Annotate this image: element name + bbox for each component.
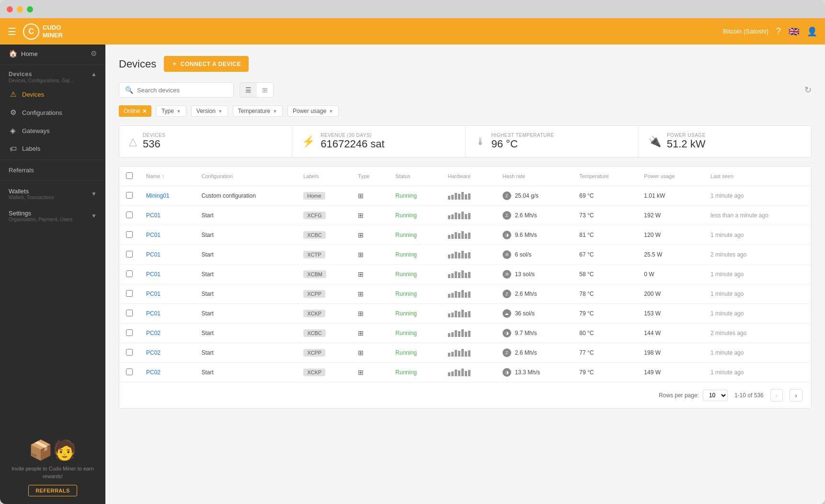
temperature-filter-dropdown[interactable]: Temperature ▼: [233, 105, 283, 117]
row-name[interactable]: PC02: [139, 343, 195, 363]
online-filter-close-icon[interactable]: ×: [143, 107, 147, 115]
row-config: Start: [195, 206, 297, 225]
sidebar-home-label[interactable]: Home: [21, 50, 91, 57]
row-power: 25.5 W: [637, 245, 704, 265]
hardware-bars: [448, 212, 489, 219]
row-config: Start: [195, 245, 297, 265]
sidebar-item-settings[interactable]: Settings Organisation, Payment, Users ▼: [0, 205, 105, 227]
row-select-checkbox[interactable]: [126, 290, 133, 297]
row-lastseen: 1 minute ago: [704, 363, 811, 382]
hardware-bars: [448, 231, 489, 239]
row-checkbox[interactable]: [119, 363, 139, 382]
language-flag-icon[interactable]: 🇬🇧: [789, 26, 799, 37]
row-checkbox[interactable]: [119, 245, 139, 265]
version-filter-dropdown[interactable]: Version ▼: [191, 105, 228, 117]
page-info: 1-10 of 536: [734, 392, 764, 399]
row-select-checkbox[interactable]: [126, 251, 133, 258]
maximize-button[interactable]: [27, 6, 33, 12]
row-hardware: [441, 186, 496, 206]
row-hardware: [441, 225, 496, 245]
row-name[interactable]: PC01: [139, 304, 195, 324]
row-label: XCKP: [297, 363, 351, 382]
search-box: 🔍: [119, 82, 234, 98]
row-checkbox[interactable]: [119, 284, 139, 304]
row-select-checkbox[interactable]: [126, 329, 133, 336]
row-select-checkbox[interactable]: [126, 270, 133, 277]
row-checkbox[interactable]: [119, 265, 139, 284]
row-select-checkbox[interactable]: [126, 310, 133, 316]
row-hashrate: Z 2.6 Mh/s: [496, 206, 573, 225]
row-lastseen: 1 minute ago: [704, 343, 811, 363]
next-page-button[interactable]: ›: [790, 389, 802, 402]
row-hashrate: Z 2.6 Mh/s: [496, 343, 573, 363]
hashrate-value: 2.6 Mh/s: [515, 212, 537, 219]
topnav-right: Bitcoin (Satoshi) ? 🇬🇧 👤: [723, 26, 817, 37]
referrals-promo-button[interactable]: REFERRALS: [28, 485, 77, 496]
row-select-checkbox[interactable]: [126, 192, 133, 199]
search-input[interactable]: [137, 87, 228, 94]
user-icon[interactable]: 👤: [807, 26, 817, 37]
devices-chevron-icon[interactable]: ▲: [91, 71, 97, 78]
row-name[interactable]: PC01: [139, 225, 195, 245]
row-name[interactable]: Mining01: [139, 186, 195, 206]
app-window: ☰ C CUDOMINER Bitcoin (Satoshi) ? 🇬🇧 👤 🏠…: [0, 0, 825, 504]
sidebar-item-gateways[interactable]: ◈ Gateways: [0, 122, 105, 140]
row-lastseen: 2 minutes ago: [704, 324, 811, 343]
power-filter-dropdown[interactable]: Power usage ▼: [287, 105, 339, 117]
table-row: PC01 Start XCKP ⊞ Running ☁ 36 sol/s 79 …: [119, 304, 811, 324]
rows-per-page-select[interactable]: 10 25 50: [703, 390, 728, 401]
hardware-bars: [448, 270, 489, 278]
label-badge: XCKP: [303, 369, 325, 376]
row-checkbox[interactable]: [119, 304, 139, 324]
row-status: Running: [389, 304, 441, 324]
row-config: Start: [195, 284, 297, 304]
list-view-button[interactable]: ☰: [240, 83, 257, 97]
hamburger-icon[interactable]: ☰: [8, 26, 16, 37]
page-title: Devices: [119, 58, 156, 70]
row-select-checkbox[interactable]: [126, 231, 133, 238]
select-all-checkbox[interactable]: [126, 172, 133, 179]
sidebar-item-configurations[interactable]: ⚙ Configurations: [0, 103, 105, 122]
row-name[interactable]: PC02: [139, 324, 195, 343]
minimize-button[interactable]: [17, 6, 23, 12]
row-checkbox[interactable]: [119, 225, 139, 245]
status-badge: Running: [395, 330, 417, 336]
row-select-checkbox[interactable]: [126, 349, 133, 356]
hashrate-value: 25.04 g/s: [515, 192, 539, 199]
sidebar-item-labels[interactable]: 🏷 Labels: [0, 140, 105, 157]
row-name[interactable]: PC01: [139, 206, 195, 225]
row-checkbox[interactable]: [119, 186, 139, 206]
type-filter-dropdown[interactable]: Type ▼: [156, 105, 186, 117]
topnav-left: ☰ C CUDOMINER: [8, 23, 63, 40]
sidebar-item-devices[interactable]: ⚠ Devices: [0, 85, 105, 103]
stats-bar: △ DEVICES 536 ⚡ REVENUE (30 DAYS) 616722…: [119, 125, 812, 157]
stat-devices-content: DEVICES 536: [143, 133, 165, 150]
close-button[interactable]: [7, 6, 13, 12]
row-checkbox[interactable]: [119, 343, 139, 363]
settings-gear-icon[interactable]: ⚙: [91, 49, 97, 58]
row-status: Running: [389, 265, 441, 284]
row-checkbox[interactable]: [119, 324, 139, 343]
row-name[interactable]: PC01: [139, 265, 195, 284]
connect-device-button[interactable]: ＋ CONNECT A DEVICE: [164, 56, 249, 72]
refresh-button[interactable]: ↻: [804, 85, 812, 95]
hashrate-icon: ◑: [503, 231, 511, 239]
row-name[interactable]: PC02: [139, 363, 195, 382]
row-checkbox[interactable]: [119, 206, 139, 225]
wallets-chevron-icon: ▼: [91, 190, 97, 197]
windows-icon: ⊞: [358, 192, 364, 200]
hashrate-icon: Z: [503, 211, 511, 220]
th-name[interactable]: Name ↑: [139, 167, 195, 186]
online-filter-tag[interactable]: Online ×: [119, 105, 151, 117]
row-select-checkbox[interactable]: [126, 212, 133, 218]
grid-view-button[interactable]: ⊞: [257, 83, 273, 97]
sidebar-item-referrals[interactable]: Referrals: [0, 162, 105, 179]
prev-page-button[interactable]: ‹: [770, 389, 783, 402]
row-name[interactable]: PC01: [139, 245, 195, 265]
row-type: ⊞: [351, 265, 389, 284]
row-name[interactable]: PC01: [139, 284, 195, 304]
sidebar-item-wallets[interactable]: Wallets Wallets, Transactions ▼: [0, 183, 105, 205]
help-icon[interactable]: ?: [776, 26, 781, 36]
row-label: Home: [297, 186, 351, 206]
row-select-checkbox[interactable]: [126, 369, 133, 375]
